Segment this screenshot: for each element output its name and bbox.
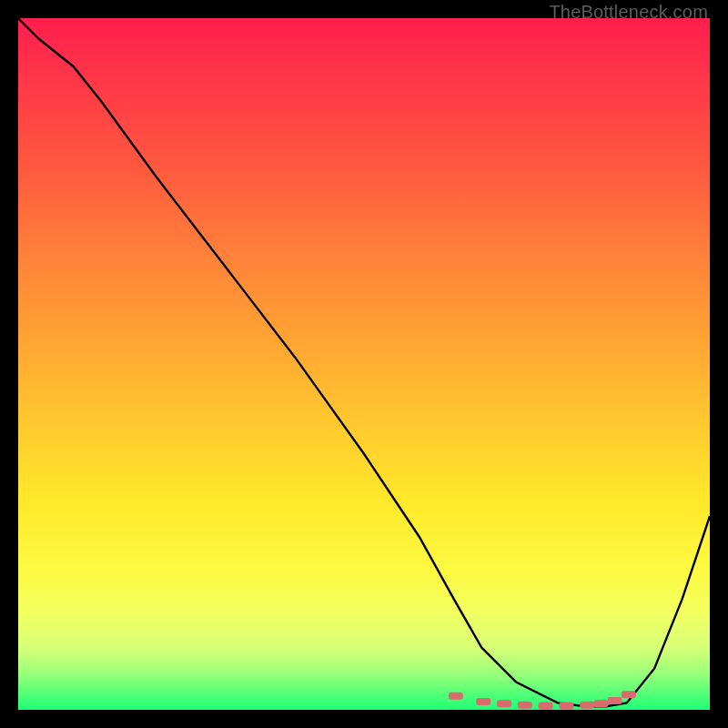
marker-dot (476, 698, 490, 705)
marker-dot (449, 693, 463, 700)
marker-dot (518, 702, 532, 709)
outer-frame: TheBottleneck.com (0, 0, 728, 728)
marker-dot (593, 700, 608, 707)
marker-dot (559, 702, 573, 709)
bottleneck-curve-layer (18, 18, 710, 710)
attribution-text: TheBottleneck.com (549, 2, 708, 23)
marker-dot (580, 702, 594, 709)
marker-dot (539, 702, 553, 709)
marker-dot (497, 700, 511, 707)
marker-dot (622, 691, 636, 698)
marker-dot (608, 697, 622, 704)
bottleneck-curve (18, 18, 710, 706)
plot-area (18, 18, 710, 710)
